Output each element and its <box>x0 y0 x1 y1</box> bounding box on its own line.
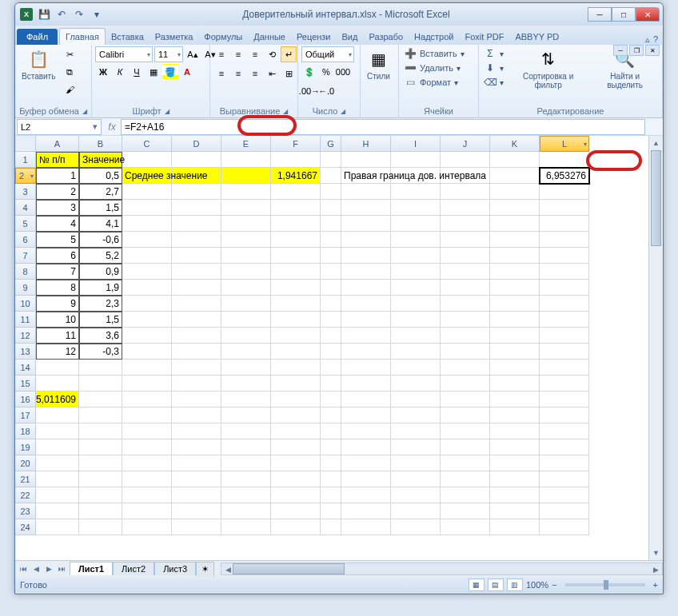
cell-A24[interactable] <box>36 519 79 535</box>
format-painter-button[interactable]: 🖌 <box>62 81 78 97</box>
cell-I21[interactable] <box>391 471 441 487</box>
cell-C5[interactable] <box>122 216 172 232</box>
cell-D23[interactable] <box>172 503 221 519</box>
sheet-tab-3[interactable]: Лист3 <box>154 562 196 575</box>
cell-L6[interactable] <box>540 232 589 248</box>
cell-L24[interactable] <box>540 519 589 535</box>
cell-I6[interactable] <box>391 232 441 248</box>
cell-J21[interactable] <box>441 471 490 487</box>
cell-I16[interactable] <box>391 391 441 407</box>
cell-H12[interactable] <box>341 328 391 344</box>
cell-B16[interactable] <box>79 391 122 407</box>
cell-L19[interactable] <box>540 439 589 455</box>
cell-A7[interactable]: 6 <box>36 248 79 264</box>
cell-C8[interactable] <box>122 264 172 280</box>
col-header-A[interactable]: A <box>36 136 79 152</box>
cell-I13[interactable] <box>391 344 441 360</box>
cell-C2[interactable]: Среднее значение <box>122 168 172 184</box>
row-header-13[interactable]: 13 <box>15 344 36 360</box>
cell-I23[interactable] <box>391 503 441 519</box>
mdi-close[interactable]: ✕ <box>645 45 660 56</box>
cell-B9[interactable]: 1,9 <box>79 280 122 296</box>
cell-A3[interactable]: 2 <box>36 184 79 200</box>
cell-C4[interactable] <box>122 200 172 216</box>
cell-D16[interactable] <box>172 391 221 407</box>
cell-G7[interactable] <box>321 248 341 264</box>
row-header-4[interactable]: 4 <box>15 200 36 216</box>
cell-G1[interactable] <box>321 152 341 168</box>
cell-J16[interactable] <box>441 391 490 407</box>
row-header-12[interactable]: 12 <box>15 328 36 344</box>
file-tab[interactable]: Файл <box>17 29 58 45</box>
row-header-6[interactable]: 6 <box>15 232 36 248</box>
cell-B22[interactable] <box>79 487 122 503</box>
cell-H14[interactable] <box>341 360 391 376</box>
col-header-B[interactable]: B <box>79 136 122 152</box>
tab-developer[interactable]: Разрабо <box>363 29 409 45</box>
cell-J13[interactable] <box>441 344 490 360</box>
cell-F21[interactable] <box>271 471 321 487</box>
delete-cells-button[interactable]: ➖Удалить ▾ <box>402 61 466 75</box>
col-header-D[interactable]: D <box>172 136 221 152</box>
cell-C7[interactable] <box>122 248 172 264</box>
cell-H2[interactable]: Правая граница дов. интервала <box>341 168 391 184</box>
scroll-down-button[interactable]: ▼ <box>649 546 663 560</box>
clear-button[interactable]: ⌫▾ <box>482 75 505 89</box>
cell-L3[interactable] <box>540 184 589 200</box>
cell-F9[interactable] <box>271 280 321 296</box>
cell-H8[interactable] <box>341 264 391 280</box>
cell-K8[interactable] <box>490 264 540 280</box>
row-header-22[interactable]: 22 <box>15 487 36 503</box>
fill-color-button[interactable]: 🪣 <box>162 64 178 80</box>
cell-J3[interactable] <box>441 184 490 200</box>
tab-home[interactable]: Главная <box>59 28 106 45</box>
cell-A17[interactable] <box>36 407 79 423</box>
cell-K5[interactable] <box>490 216 540 232</box>
cell-F7[interactable] <box>271 248 321 264</box>
row-header-5[interactable]: 5 <box>15 216 36 232</box>
cell-I10[interactable] <box>391 296 441 312</box>
cell-A21[interactable] <box>36 471 79 487</box>
cell-A22[interactable] <box>36 487 79 503</box>
cell-G3[interactable] <box>321 184 341 200</box>
increase-decimal-button[interactable]: .00→ <box>301 83 317 99</box>
cell-B3[interactable]: 2,7 <box>79 184 122 200</box>
cell-E15[interactable] <box>221 376 271 391</box>
cell-K3[interactable] <box>490 184 540 200</box>
cell-D14[interactable] <box>172 360 221 376</box>
cell-K11[interactable] <box>490 312 540 328</box>
cell-K7[interactable] <box>490 248 540 264</box>
cell-H9[interactable] <box>341 280 391 296</box>
cell-K2[interactable] <box>490 168 540 184</box>
name-box[interactable]: L2 <box>17 119 102 135</box>
cell-F16[interactable] <box>271 391 321 407</box>
cell-E14[interactable] <box>221 360 271 376</box>
vertical-scrollbar[interactable]: ▲ ▼ <box>648 136 663 560</box>
sheet-first-button[interactable]: ⏮ <box>17 562 30 575</box>
mdi-minimize[interactable]: ─ <box>613 45 628 56</box>
cell-I4[interactable] <box>391 200 441 216</box>
cell-J20[interactable] <box>441 455 490 471</box>
cell-F13[interactable] <box>271 344 321 360</box>
cell-C6[interactable] <box>122 232 172 248</box>
cell-E17[interactable] <box>221 407 271 423</box>
cell-J23[interactable] <box>441 503 490 519</box>
cell-L18[interactable] <box>540 423 589 439</box>
insert-cells-button[interactable]: ➕Вставить ▾ <box>402 46 466 61</box>
cell-F3[interactable] <box>271 184 321 200</box>
cell-A20[interactable] <box>36 455 79 471</box>
cell-J15[interactable] <box>441 376 490 391</box>
cell-B7[interactable]: 5,2 <box>79 248 122 264</box>
cell-F5[interactable] <box>271 216 321 232</box>
cell-H15[interactable] <box>341 376 391 391</box>
cell-D17[interactable] <box>172 407 221 423</box>
cell-L20[interactable] <box>540 455 589 471</box>
cell-K9[interactable] <box>490 280 540 296</box>
col-header-K[interactable]: K <box>490 136 540 152</box>
tab-review[interactable]: Рецензи <box>291 29 337 45</box>
cell-L9[interactable] <box>540 280 589 296</box>
cell-H24[interactable] <box>341 519 391 535</box>
cell-G11[interactable] <box>321 312 341 328</box>
underline-button[interactable]: Ч <box>129 64 145 80</box>
font-name-select[interactable]: Calibri <box>95 46 153 62</box>
